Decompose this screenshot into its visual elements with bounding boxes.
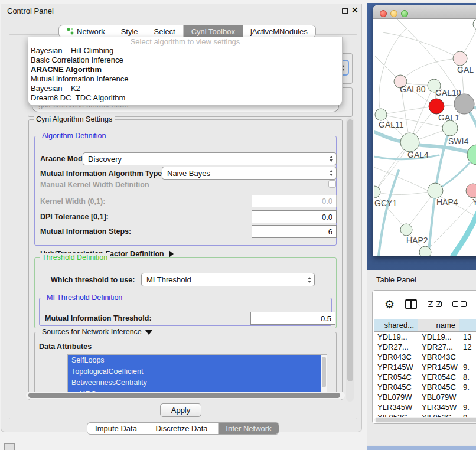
algorithm-option[interactable]: Mutual Information Inference	[28, 74, 342, 84]
algorithm-option[interactable]: Basic Correlation Inference	[28, 56, 342, 65]
table-row[interactable]: YLR345WYLR345W9.	[374, 402, 476, 412]
select-all-checks-icon[interactable]: ✓✓	[428, 301, 442, 307]
stepper-arrows-icon	[330, 156, 333, 162]
network-node-gcy1[interactable]	[374, 186, 380, 198]
network-canvas[interactable]: GALGAL80GAL10GAL1GAL11SWI4GAL4GCY1HAP4YH…	[374, 19, 476, 256]
network-node[interactable]	[467, 145, 476, 165]
table-row[interactable]: YBR043CYBR043C	[374, 352, 476, 362]
algorithm-definition-legend: Algorithm Definition	[40, 132, 108, 140]
close-icon[interactable]: ✕	[351, 5, 358, 15]
tab-style[interactable]: Style	[113, 25, 146, 37]
table-cell: YBL079W	[418, 392, 459, 402]
table-cell: YER054C	[374, 372, 418, 382]
column-header[interactable]: A	[459, 319, 476, 331]
mi-type-value: Naive Bayes	[167, 169, 210, 178]
settings-horizontal-scrollbar-thumb[interactable]	[28, 393, 340, 398]
settings-vertical-scrollbar[interactable]	[346, 117, 354, 402]
network-node-hap2[interactable]	[400, 224, 412, 236]
algorithm-option[interactable]: Bayesian – K2	[28, 84, 342, 93]
algorithm-dropdown-popup: Select algorithm to view settings Bayesi…	[28, 37, 343, 106]
gear-icon[interactable]: ⚙	[384, 299, 395, 310]
table-row[interactable]: YBR045CYBR045C9.	[374, 382, 476, 392]
table-horizontal-scrollbar[interactable]	[374, 417, 476, 423]
control-panel: Control Panel ✕ NetworkStyleSelectCyni T…	[1, 4, 362, 432]
mi-type-combo[interactable]: Naive Bayes	[162, 167, 337, 180]
settings-horizontal-scrollbar[interactable]	[26, 392, 345, 399]
table-row[interactable]: YBL079WYBL079W	[374, 392, 476, 402]
bottom-tabs: Impute DataDiscretize DataInfer Network	[87, 422, 279, 435]
table-row[interactable]: YPR145WYPR145W9.	[374, 362, 476, 372]
algorithm-option[interactable]: Bayesian – Hill Climbing	[28, 46, 342, 56]
column-header[interactable]: shared...	[374, 319, 418, 331]
popup-item-list: Bayesian – Hill ClimbingBasic Correlatio…	[28, 46, 342, 103]
table-horizontal-scrollbar-thumb[interactable]	[376, 418, 476, 422]
list-vertical-scrollbar-thumb[interactable]	[322, 357, 326, 387]
table-row[interactable]: YER054CYER054C8.	[374, 372, 476, 382]
node-label: SWI4	[448, 136, 468, 146]
popup-prompt: Select algorithm to view settings	[28, 37, 342, 46]
sources-legend[interactable]: Sources for Network Inference	[40, 328, 155, 336]
tab-cyni-toolbox[interactable]: Cyni Toolbox	[184, 25, 243, 37]
table-cell: YBL079W	[374, 392, 418, 402]
mi-steps-field[interactable]: 6	[252, 225, 337, 238]
attribute-item[interactable]: SelfLoops	[68, 355, 321, 366]
kernel-width-field[interactable]: 0.0	[252, 195, 337, 207]
manual-kernel-checkbox[interactable]	[328, 180, 336, 188]
node-label: HAP2	[406, 236, 428, 245]
aracne-mode-combo[interactable]: Discovery	[83, 152, 337, 165]
network-node[interactable]	[419, 246, 431, 256]
network-node-gal1[interactable]	[429, 99, 444, 114]
tab-jactivemnodules[interactable]: jActiveMNodules	[243, 25, 315, 37]
close-traffic-light-icon[interactable]	[380, 10, 387, 17]
network-node[interactable]	[473, 19, 476, 30]
columns-icon[interactable]	[405, 299, 417, 309]
zoom-traffic-light-icon[interactable]	[401, 10, 408, 17]
tab-select[interactable]: Select	[146, 25, 184, 37]
minimized-panel-icon[interactable]	[4, 443, 15, 450]
attribute-item[interactable]: BetweennessCentrality	[68, 377, 321, 389]
minimize-traffic-light-icon[interactable]	[390, 10, 397, 17]
column-header[interactable]: name	[418, 319, 459, 331]
apply-button[interactable]: Apply	[160, 403, 201, 417]
node-label: GAL4	[407, 150, 429, 159]
network-node-labels: GALGAL80GAL10GAL1GAL11SWI4GAL4GCY1HAP4YH…	[374, 65, 476, 245]
cyni-settings-legend: Cyni Algorithm Settings	[34, 115, 115, 123]
list-vertical-scrollbar[interactable]	[321, 355, 327, 395]
table-cell: 9.	[459, 362, 476, 372]
which-threshold-combo[interactable]: MI Threshold	[141, 273, 315, 286]
table-cell: YER054C	[418, 372, 459, 382]
tab-impute-data[interactable]: Impute Data	[87, 423, 145, 434]
table-cell: YLR345W	[374, 402, 418, 412]
node-label: GAL10	[435, 88, 461, 97]
node-label: GAL11	[379, 120, 404, 129]
tab-network[interactable]: Network	[59, 25, 113, 37]
table-row[interactable]: YDR27...YDR27...12	[374, 342, 476, 352]
dpi-tolerance-value: 0.0	[322, 213, 332, 221]
settings-vertical-scrollbar-thumb[interactable]	[347, 119, 353, 381]
network-node-gal11[interactable]	[375, 109, 387, 120]
tab-discretize-data[interactable]: Discretize Data	[145, 423, 219, 434]
network-node-gal4[interactable]	[400, 133, 419, 152]
table-panel-box: ⚙ ✓✓ shared...nameA YDL19...YDL19...13YD…	[372, 290, 476, 424]
network-node-hap4[interactable]	[428, 183, 443, 198]
network-node-y[interactable]	[466, 184, 476, 198]
table-cell: YPR145W	[374, 362, 418, 372]
mi-threshold-field[interactable]: 0.5	[250, 312, 335, 325]
network-window-titlebar[interactable]	[373, 5, 476, 19]
float-window-icon[interactable]	[342, 8, 348, 14]
deselect-all-checks-icon[interactable]	[452, 301, 467, 307]
threshold-definition-legend: Threshold Definition	[40, 253, 110, 262]
table-row[interactable]: YDL19...YDL19...13	[374, 332, 476, 342]
control-panel-tabs: NetworkStyleSelectCyni ToolboxjActiveMNo…	[58, 25, 316, 38]
algorithm-option[interactable]: ARACNE Algorithm	[28, 65, 342, 74]
algorithm-option[interactable]: Dream8 DC_TDC Algorithm	[28, 93, 342, 103]
table-cell: YDL19...	[418, 332, 459, 342]
tab-infer-network[interactable]: Infer Network	[219, 423, 279, 434]
table-cell	[459, 392, 476, 402]
node-table: shared...nameA YDL19...YDL19...13YDR27..…	[374, 319, 476, 418]
network-node-gal[interactable]	[453, 51, 467, 66]
dpi-tolerance-field[interactable]: 0.0	[252, 210, 337, 223]
network-node-swi4[interactable]	[442, 120, 458, 136]
attribute-item[interactable]: TopologicalCoefficient	[68, 366, 321, 377]
node-label: Y	[472, 197, 476, 207]
